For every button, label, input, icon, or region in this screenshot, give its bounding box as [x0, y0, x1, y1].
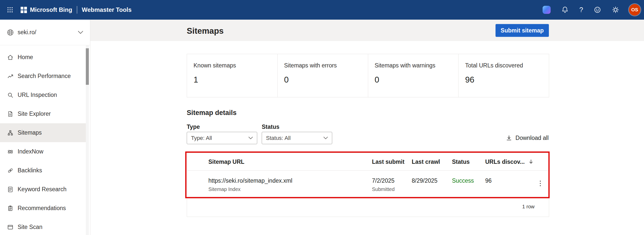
product-name: Webmaster Tools [82, 6, 132, 13]
column-header-urls-discovered[interactable]: URLs discov... [485, 153, 534, 171]
bing-logo-home-link[interactable]: Microsoft Bing [21, 6, 72, 13]
sidebar-item-keyword-research[interactable]: Keyword Research [0, 180, 86, 199]
sidebar-item-site-scan[interactable]: Site Scan [0, 218, 86, 235]
sidebar-item-sitemaps[interactable]: Sitemaps [0, 123, 86, 142]
stat-label: Sitemaps with errors [284, 62, 368, 69]
feedback-button[interactable] [593, 5, 602, 15]
page-header: Sitemaps Submit sitemap [90, 20, 644, 41]
table-footer: 1 row [187, 197, 549, 217]
waffle-icon [7, 6, 14, 13]
stat-value: 0 [284, 75, 368, 85]
sidebar-item-label: Backlinks [18, 167, 42, 174]
sort-descending-icon[interactable] [528, 159, 534, 165]
brand-name: Microsoft Bing [30, 6, 72, 13]
stats-summary: Known sitemaps 1 Sitemaps with errors 0 … [187, 54, 549, 97]
document-icon [7, 111, 14, 117]
stat-label: Total URLs discovered [465, 62, 549, 69]
sidebar-item-search-performance[interactable]: Search Performance [0, 67, 86, 86]
stat-value: 1 [194, 75, 277, 85]
type-filter-dropdown[interactable]: Type: All [187, 132, 257, 144]
row-count: 1 row [522, 204, 535, 210]
last-crawl-date: 8/29/2025 [412, 177, 437, 184]
sidebar-scrollbar[interactable] [86, 45, 89, 235]
bell-icon [561, 6, 569, 14]
help-icon: ? [579, 6, 583, 14]
stat-total-urls-discovered: Total URLs discovered 96 [459, 54, 549, 97]
sidebar-item-indexnow[interactable]: IndexNow [0, 142, 86, 161]
magnifier-icon [7, 92, 14, 98]
stat-label: Known sitemaps [194, 62, 277, 69]
chevron-down-icon [78, 31, 83, 34]
sidebar-item-label: Recommendations [18, 205, 66, 212]
gear-icon [612, 6, 619, 14]
account-avatar[interactable]: OS [629, 4, 640, 16]
sidebar-item-home[interactable]: Home [0, 48, 86, 67]
sitemaps-table: Sitemap URL Last submit Last crawl Statu… [187, 153, 549, 217]
column-header-sitemap-url[interactable]: Sitemap URL [208, 153, 244, 171]
column-header-status[interactable]: Status [452, 153, 470, 171]
sidebar-item-site-explorer[interactable]: Site Explorer [0, 104, 86, 123]
sidebar-item-label: Site Scan [18, 224, 42, 230]
chevron-down-icon [323, 137, 328, 139]
topbar-divider [77, 6, 77, 14]
column-header-last-crawl[interactable]: Last crawl [412, 153, 440, 171]
notifications-button[interactable] [560, 5, 570, 15]
type-filter-value: Type: All [191, 135, 212, 141]
stat-known-sitemaps: Known sitemaps 1 [187, 54, 278, 97]
copilot-icon [543, 6, 551, 14]
sidebar-item-label: Search Performance [18, 73, 71, 80]
sidebar-item-label: Sitemaps [18, 129, 42, 136]
settings-button[interactable] [611, 5, 620, 15]
section-heading: Sitemap details [187, 108, 549, 117]
type-filter-label: Type [187, 124, 257, 130]
download-all-button[interactable]: Download all [506, 132, 549, 144]
status-filter-value: Status: All [266, 135, 291, 141]
sidebar: seki.ro/ Home Search Performance [0, 20, 90, 235]
column-header-label: URLs discov... [485, 159, 525, 165]
sidebar-item-backlinks[interactable]: Backlinks [0, 161, 86, 180]
status-badge: Success [452, 177, 474, 184]
sitemap-url-link[interactable]: https://seki.ro/sitemap_index.xml [208, 177, 292, 184]
last-submit-date: 7/2/2025 [372, 177, 395, 184]
sidebar-item-label: Home [18, 54, 33, 61]
submit-sitemap-button[interactable]: Submit sitemap [496, 24, 549, 37]
sidebar-item-label: IndexNow [18, 148, 43, 155]
atom-icon [7, 148, 14, 155]
help-button[interactable]: ? [578, 5, 584, 15]
microsoft-logo-icon [21, 7, 27, 13]
download-all-label: Download all [515, 135, 549, 141]
scrollbar-thumb[interactable] [86, 48, 89, 85]
globe-icon [7, 29, 14, 36]
sitemap-icon [7, 130, 14, 136]
status-filter-label: Status [262, 124, 332, 130]
last-submit-method: Submitted [372, 186, 395, 192]
sidebar-item-label: Keyword Research [18, 186, 66, 193]
sidebar-item-label: URL Inspection [18, 92, 57, 98]
table-row[interactable]: https://seki.ro/sitemap_index.xml Sitema… [187, 171, 549, 197]
site-name: seki.ro/ [18, 29, 36, 36]
stat-value: 0 [375, 75, 459, 85]
link-icon [7, 167, 14, 174]
top-app-bar: Microsoft Bing Webmaster Tools ? [0, 0, 644, 20]
app-launcher-button[interactable] [5, 5, 15, 15]
sidebar-item-recommendations[interactable]: Recommendations [0, 199, 86, 218]
browser-icon [7, 224, 14, 230]
status-filter-dropdown[interactable]: Status: All [262, 132, 332, 144]
home-icon [7, 54, 14, 61]
content-column: Known sitemaps 1 Sitemaps with errors 0 … [187, 41, 549, 217]
filters-row: Type Type: All Status Status: All Downlo… [187, 124, 549, 144]
table-header-row: Sitemap URL Last submit Last crawl Statu… [187, 153, 549, 171]
download-icon [506, 135, 512, 141]
sidebar-item-url-inspection[interactable]: URL Inspection [0, 86, 86, 104]
page-title: Sitemaps [187, 26, 224, 36]
clipboard-icon [7, 205, 14, 212]
sitemap-type: Sitemap Index [208, 186, 292, 192]
site-selector[interactable]: seki.ro/ [0, 20, 90, 45]
row-actions-kebab[interactable] [538, 179, 543, 188]
main-content: Sitemaps Submit sitemap Known sitemaps 1… [90, 20, 644, 235]
column-header-last-submit[interactable]: Last submit [372, 153, 404, 171]
copilot-button[interactable] [542, 5, 552, 15]
stat-sitemaps-with-warnings: Sitemaps with warnings 0 [368, 54, 459, 97]
chevron-down-icon [248, 137, 253, 139]
sidebar-item-label: Site Explorer [18, 110, 51, 117]
